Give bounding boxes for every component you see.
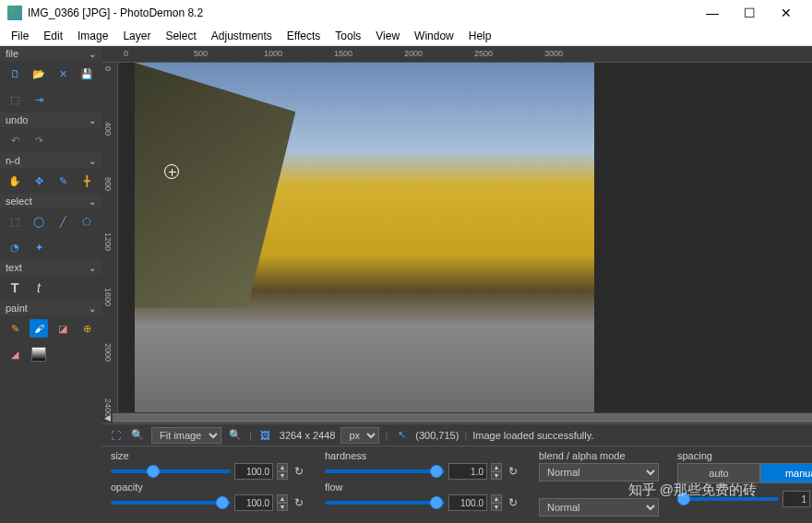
- size-input[interactable]: [234, 463, 273, 480]
- spacing-input[interactable]: [782, 491, 810, 507]
- menu-help[interactable]: Help: [461, 28, 499, 44]
- new-file-icon[interactable]: 🗋: [6, 65, 24, 83]
- flow-input[interactable]: [448, 494, 487, 511]
- ruler-vertical: 0 400 800 1200 1600 2000 2400: [102, 63, 118, 412]
- status-message: Image loaded successfully.: [472, 430, 593, 441]
- hardness-up[interactable]: ▲: [491, 463, 502, 471]
- close-file-icon[interactable]: ✕: [54, 65, 72, 83]
- blend-mode-label: blend / alpha mode: [539, 450, 659, 461]
- text-italic-icon[interactable]: t: [30, 279, 48, 297]
- hardness-input[interactable]: [448, 463, 487, 480]
- maximize-button[interactable]: ☐: [731, 6, 768, 20]
- flow-slider[interactable]: [325, 501, 445, 505]
- chevron-down-icon: ⌄: [89, 263, 96, 273]
- eyedropper-icon[interactable]: ✎: [54, 172, 72, 190]
- panel-text[interactable]: text⌄: [0, 260, 102, 275]
- menu-select[interactable]: Select: [158, 28, 203, 44]
- poly-select-icon[interactable]: ⬠: [78, 212, 96, 231]
- eraser-tool-icon[interactable]: ◪: [54, 319, 72, 338]
- zoom-out-icon[interactable]: 🔍: [129, 427, 146, 444]
- canvas[interactable]: [118, 63, 812, 412]
- chevron-down-icon: ⌄: [89, 156, 96, 166]
- spacing-label: spacing: [677, 450, 812, 461]
- chevron-down-icon: ⌄: [89, 303, 96, 314]
- image-dimensions: 3264 x 2448: [280, 430, 336, 441]
- tool-options: size ▲▼ ↻ opacity ▲▼ ↻ hardness: [102, 446, 812, 523]
- text-tool-icon[interactable]: T: [6, 279, 24, 297]
- horizontal-scrollbar[interactable]: ◀ ▶: [102, 412, 812, 423]
- spacing-slider[interactable]: [677, 497, 779, 501]
- ellipse-select-icon[interactable]: ◯: [30, 212, 48, 231]
- zoom-select[interactable]: Fit image: [151, 427, 221, 444]
- brush-cursor-icon: [164, 164, 179, 179]
- statusbar: ⛶ 🔍 Fit image 🔍 | 🖼 3264 x 2448 px | ↖ (…: [102, 423, 812, 446]
- spacing-manual-tab[interactable]: manual: [760, 463, 812, 483]
- hand-tool-icon[interactable]: ✋: [6, 172, 24, 190]
- menu-window[interactable]: Window: [407, 28, 461, 44]
- clone-tool-icon[interactable]: ⊕: [78, 319, 96, 338]
- menu-adjustments[interactable]: Adjustments: [204, 28, 280, 44]
- menu-file[interactable]: File: [4, 28, 36, 44]
- flow-down[interactable]: ▼: [491, 503, 502, 511]
- menu-layer[interactable]: Layer: [115, 28, 158, 44]
- open-file-icon[interactable]: 📂: [30, 65, 48, 83]
- size-reset-icon[interactable]: ↻: [292, 465, 306, 478]
- save-file-icon[interactable]: 💾: [78, 65, 96, 83]
- wand-select-icon[interactable]: ✦: [30, 238, 48, 256]
- hardness-reset-icon[interactable]: ↻: [506, 465, 520, 478]
- lasso-select-icon[interactable]: ◔: [6, 238, 24, 256]
- minimize-button[interactable]: —: [694, 6, 731, 20]
- move-tool-icon[interactable]: ✥: [30, 172, 48, 190]
- hardness-slider[interactable]: [325, 470, 445, 473]
- ruler-horizontal: 0 500 1000 1500 2000 2500 3000: [102, 46, 812, 63]
- brush-tool-icon[interactable]: 🖌: [30, 319, 48, 338]
- export-icon[interactable]: ⇥: [30, 90, 48, 109]
- flow-label: flow: [325, 481, 520, 493]
- panel-undo[interactable]: undo⌄: [0, 113, 102, 127]
- measure-tool-icon[interactable]: ╋: [78, 172, 96, 190]
- chevron-down-icon: ⌄: [89, 49, 96, 59]
- menu-image[interactable]: Image: [70, 28, 115, 44]
- menu-edit[interactable]: Edit: [36, 28, 70, 44]
- hardness-down[interactable]: ▼: [491, 471, 502, 480]
- unit-select[interactable]: px: [340, 427, 379, 444]
- chevron-down-icon: ⌄: [89, 115, 96, 125]
- size-label: size: [111, 450, 306, 461]
- blend-mode-select[interactable]: Normal: [539, 463, 659, 481]
- size-up[interactable]: ▲: [277, 463, 288, 471]
- panel-file[interactable]: file⌄: [0, 46, 102, 61]
- redo-icon[interactable]: ↷: [30, 131, 48, 149]
- line-select-icon[interactable]: ╱: [54, 212, 72, 231]
- canvas-area: 0 500 1000 1500 2000 2500 3000 0 400 800…: [102, 46, 812, 523]
- save-as-icon[interactable]: ⬚: [6, 90, 24, 109]
- spacing-auto-tab[interactable]: auto: [677, 463, 760, 483]
- window-title: IMG_0366 [JPG] - PhotoDemon 8.2: [28, 6, 203, 19]
- rect-select-icon[interactable]: ⬚: [6, 212, 24, 231]
- size-slider[interactable]: [111, 470, 231, 473]
- flow-up[interactable]: ▲: [491, 494, 502, 503]
- zoom-in-icon[interactable]: 🔍: [227, 427, 244, 444]
- opacity-up[interactable]: ▲: [277, 494, 288, 503]
- opacity-input[interactable]: [234, 494, 273, 511]
- menu-effects[interactable]: Effects: [280, 28, 328, 44]
- flow-reset-icon[interactable]: ↻: [506, 496, 520, 509]
- menu-tools[interactable]: Tools: [328, 28, 368, 44]
- fit-screen-icon[interactable]: ⛶: [107, 427, 124, 444]
- panel-nd[interactable]: n-d⌄: [0, 153, 102, 168]
- size-down[interactable]: ▼: [277, 471, 288, 480]
- opacity-reset-icon[interactable]: ↻: [292, 496, 306, 509]
- panel-paint[interactable]: paint⌄: [0, 301, 102, 315]
- opacity-down[interactable]: ▼: [277, 503, 288, 511]
- fill-tool-icon[interactable]: ◢: [6, 345, 24, 363]
- hardness-label: hardness: [325, 450, 520, 461]
- close-button[interactable]: ✕: [768, 6, 805, 20]
- menu-view[interactable]: View: [368, 28, 407, 44]
- panel-select[interactable]: select⌄: [0, 194, 102, 208]
- pointer-icon: ↖: [393, 427, 410, 444]
- opacity-slider[interactable]: [111, 501, 231, 505]
- undo-icon[interactable]: ↶: [6, 131, 24, 149]
- pencil-tool-icon[interactable]: ✎: [6, 319, 24, 338]
- alpha-mode-select[interactable]: Normal: [539, 498, 659, 517]
- gradient-tool-icon[interactable]: [30, 345, 48, 363]
- image-size-icon[interactable]: 🖼: [257, 427, 274, 444]
